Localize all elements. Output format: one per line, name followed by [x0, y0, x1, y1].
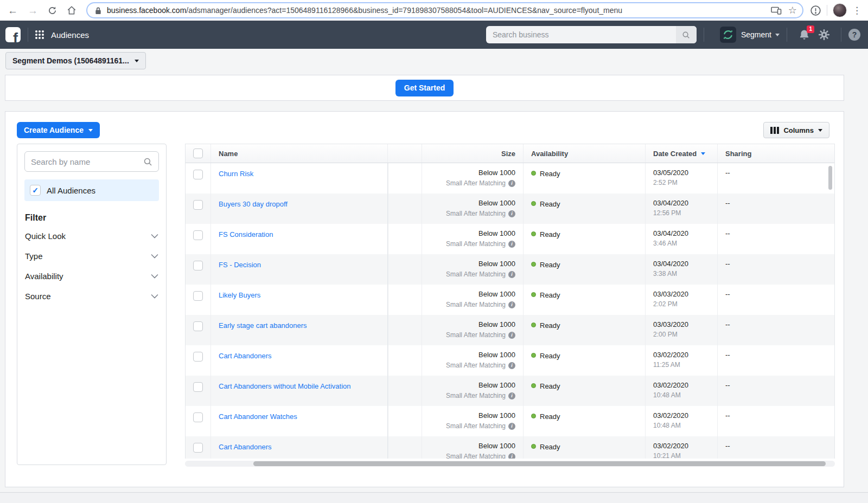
filter-label: Type: [25, 252, 43, 261]
info-icon[interactable]: i: [508, 271, 515, 278]
info-icon[interactable]: i: [508, 362, 515, 369]
time-created-value: 2:52 PM: [653, 179, 717, 186]
top-nav: f Audiences Segment 1: [0, 21, 868, 49]
table-row: FS - Decision Below 1000 Small After Mat…: [186, 254, 834, 285]
row-checkbox[interactable]: [193, 170, 203, 179]
time-created-value: 3:38 AM: [653, 270, 717, 278]
select-all-checkbox[interactable]: [193, 149, 203, 158]
info-icon[interactable]: i: [508, 180, 515, 187]
info-icon[interactable]: i: [508, 392, 515, 399]
columns-button[interactable]: Columns: [763, 122, 829, 138]
vertical-scrollbar[interactable]: [828, 166, 832, 190]
audience-name-link[interactable]: Cart Abandoners: [219, 352, 272, 360]
row-checkbox[interactable]: [193, 443, 203, 453]
all-audiences-item[interactable]: ✓ All Audiences: [24, 179, 159, 201]
row-checkbox[interactable]: [193, 412, 203, 422]
chevron-down-icon[interactable]: [775, 34, 780, 36]
row-checkbox[interactable]: [193, 230, 203, 240]
filter-source[interactable]: Source: [17, 286, 166, 306]
date-created-value: 03/03/2020: [653, 320, 717, 328]
all-audiences-checkbox[interactable]: ✓: [30, 185, 41, 196]
table-row: Cart Abandoners Below 1000 Small After M…: [186, 345, 834, 376]
filter-quick-look[interactable]: Quick Look: [17, 226, 166, 246]
columns-label: Columns: [783, 126, 814, 134]
audience-size: Below 1000: [422, 381, 515, 389]
sharing-value: --: [717, 436, 834, 459]
row-checkbox[interactable]: [193, 352, 203, 362]
filter-label: Quick Look: [25, 231, 66, 241]
name-search: [24, 151, 159, 172]
refresh-icon[interactable]: [48, 6, 57, 15]
info-icon[interactable]: i: [508, 453, 515, 459]
row-checkbox[interactable]: [193, 291, 203, 301]
bookmark-star-icon[interactable]: ☆: [788, 4, 797, 16]
filter-heading: Filter: [25, 213, 158, 223]
header-sharing[interactable]: Sharing: [717, 144, 834, 163]
audience-name-link[interactable]: Buyers 30 day dropoff: [219, 200, 288, 208]
row-checkbox[interactable]: [193, 200, 203, 210]
apps-grid-icon[interactable]: [35, 30, 44, 39]
create-audience-button[interactable]: Create Audience: [17, 122, 100, 138]
audience-name-link[interactable]: Cart Abandoners: [219, 443, 272, 451]
info-icon[interactable]: i: [508, 423, 515, 430]
audience-name-link[interactable]: Early stage cart abandoners: [219, 321, 307, 330]
browser-profile-avatar[interactable]: [833, 3, 847, 17]
audience-name-link[interactable]: FS Consideration: [219, 230, 273, 238]
empty-cell: [388, 345, 422, 376]
status-dot-icon: [531, 323, 536, 327]
browser-menu-icon[interactable]: ⋮: [852, 5, 861, 16]
row-checkbox[interactable]: [193, 321, 203, 331]
audiences-panel: Create Audience Columns ✓ All Audiences …: [5, 111, 844, 487]
header-availability[interactable]: Availability: [523, 144, 645, 163]
table-row: Cart Abandoners Below 1000 Small After M…: [186, 436, 834, 459]
info-icon[interactable]: i: [508, 241, 515, 248]
extension-icon[interactable]: [810, 5, 821, 16]
notifications-button[interactable]: 1: [798, 29, 810, 41]
help-button[interactable]: ?: [848, 29, 860, 41]
business-search-input[interactable]: [486, 30, 676, 39]
facebook-logo[interactable]: f: [5, 27, 21, 42]
business-name[interactable]: Segment: [741, 30, 771, 39]
status-dot-icon: [531, 262, 536, 267]
account-selector-label: Segment Demos (15064891161...: [12, 56, 129, 65]
filter-type[interactable]: Type: [17, 246, 166, 266]
header-name[interactable]: Name: [210, 144, 387, 163]
header-size[interactable]: Size: [422, 144, 523, 163]
audience-size: Below 1000: [422, 411, 515, 420]
audiences-table: Name Size Availability Date Created Shar…: [185, 144, 835, 459]
settings-button[interactable]: [818, 29, 830, 41]
url-bar[interactable]: business.facebook.com/adsmanager/audienc…: [86, 2, 803, 18]
status-dot-icon: [531, 383, 536, 388]
horizontal-scrollbar-thumb[interactable]: [253, 461, 826, 466]
audience-name-link[interactable]: Cart Abandoners without Mobile Activatio…: [219, 382, 351, 390]
header-date-created[interactable]: Date Created: [645, 144, 717, 163]
availability-status: Ready: [540, 291, 560, 299]
horizontal-scrollbar-track[interactable]: [185, 461, 835, 467]
search-icon[interactable]: [676, 26, 697, 43]
account-selector[interactable]: Segment Demos (15064891161...: [5, 52, 146, 69]
row-checkbox[interactable]: [193, 382, 203, 392]
audience-name-link[interactable]: Churn Risk: [219, 170, 253, 178]
header-date-created-label: Date Created: [653, 150, 697, 158]
send-to-devices-icon[interactable]: [771, 6, 782, 15]
back-arrow-icon[interactable]: ←: [8, 5, 18, 16]
empty-cell: [388, 224, 422, 254]
audience-size: Below 1000: [422, 260, 515, 268]
gear-icon: [818, 29, 830, 41]
info-icon[interactable]: i: [508, 301, 515, 308]
segment-logo[interactable]: [720, 27, 736, 43]
search-by-name-input[interactable]: [31, 157, 143, 166]
audience-name-link[interactable]: Likely Buyers: [219, 291, 260, 299]
get-started-button[interactable]: Get Started: [395, 80, 454, 96]
info-icon[interactable]: i: [508, 332, 515, 339]
empty-cell: [388, 436, 422, 459]
availability-status: Ready: [540, 261, 560, 269]
page-title: Audiences: [51, 30, 89, 40]
filter-availability[interactable]: Availability: [17, 266, 166, 286]
info-icon[interactable]: i: [508, 210, 515, 217]
forward-arrow-icon[interactable]: →: [28, 5, 38, 16]
row-checkbox[interactable]: [193, 261, 203, 270]
audience-name-link[interactable]: FS - Decision: [219, 261, 261, 269]
audience-name-link[interactable]: Cart Abandoner Watches: [219, 412, 297, 421]
home-icon[interactable]: [67, 5, 76, 15]
